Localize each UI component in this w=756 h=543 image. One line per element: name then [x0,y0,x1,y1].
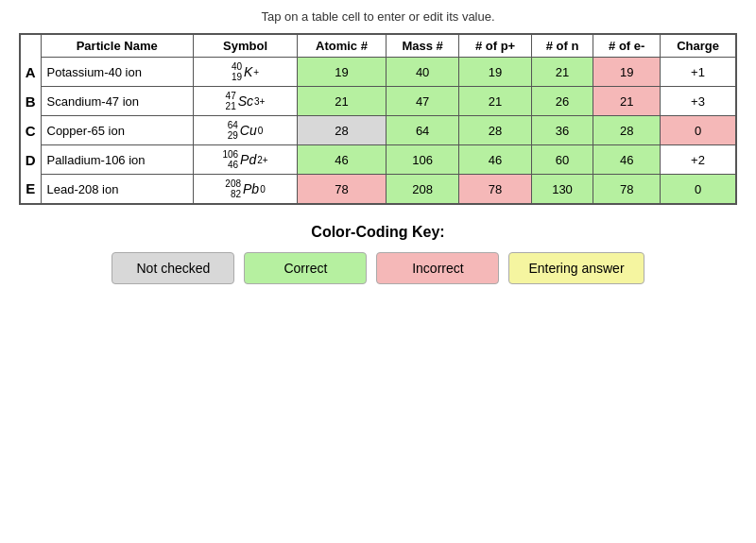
cell-charge-d[interactable]: +2 [661,145,736,175]
color-key-title: Color-Coding Key: [19,224,737,241]
particle-name-c[interactable]: Copper-65 ion [41,116,193,145]
color-key-row: Not checked Correct Incorrect Entering a… [19,252,737,284]
header-symbol: Symbol [193,34,297,58]
instruction-text: Tap on a table cell to enter or edit its… [261,9,494,24]
cell-electrons-e[interactable]: 78 [593,175,661,205]
cell-atomic_num-e[interactable]: 78 [298,175,387,205]
main-table-wrapper: Particle Name Symbol Atomic # Mass # # o… [19,33,737,205]
header-particle-name: Particle Name [41,34,193,58]
cell-charge-a[interactable]: +1 [661,58,736,87]
cell-mass_num-b[interactable]: 47 [386,87,459,116]
row-label-d: D [20,145,41,175]
cell-neutrons-d[interactable]: 60 [531,145,593,175]
cell-neutrons-c[interactable]: 36 [531,116,593,145]
particle-name-a[interactable]: Potassium-40 ion [41,58,193,87]
particle-name-d[interactable]: Palladium-106 ion [41,145,193,175]
cell-neutrons-a[interactable]: 21 [531,58,593,87]
cell-atomic_num-d[interactable]: 46 [298,145,387,175]
symbol-c[interactable]: 64 29 Cu0 [193,116,297,145]
cell-neutrons-e[interactable]: 130 [531,175,593,205]
header-protons: # of p+ [459,34,531,58]
header-charge: Charge [661,34,736,58]
cell-electrons-c[interactable]: 28 [593,116,661,145]
cell-mass_num-c[interactable]: 64 [386,116,459,145]
key-incorrect: Incorrect [376,252,499,284]
key-correct: Correct [244,252,367,284]
empty-header [20,34,41,58]
row-label-b: B [20,87,41,116]
symbol-b[interactable]: 47 21 Sc3+ [193,87,297,116]
row-label-e: E [20,175,41,205]
color-key-section: Color-Coding Key: Not checked Correct In… [19,224,737,284]
symbol-e[interactable]: 208 82 Pb0 [193,175,297,205]
cell-atomic_num-a[interactable]: 19 [298,58,387,87]
cell-mass_num-e[interactable]: 208 [386,175,459,205]
particle-name-b[interactable]: Scandium-47 ion [41,87,193,116]
header-atomic-num: Atomic # [298,34,387,58]
header-neutrons: # of n [531,34,593,58]
key-entering-answer: Entering answer [508,252,644,284]
cell-mass_num-a[interactable]: 40 [386,58,459,87]
cell-protons-c[interactable]: 28 [459,116,531,145]
symbol-a[interactable]: 40 19 K+ [193,58,297,87]
particle-name-e[interactable]: Lead-208 ion [41,175,193,205]
symbol-d[interactable]: 106 46 Pd2+ [193,145,297,175]
cell-electrons-b[interactable]: 21 [593,87,661,116]
row-label-a: A [20,58,41,87]
header-mass-num: Mass # [386,34,459,58]
cell-protons-d[interactable]: 46 [459,145,531,175]
cell-protons-b[interactable]: 21 [459,87,531,116]
cell-charge-c[interactable]: 0 [661,116,736,145]
cell-atomic_num-c[interactable]: 28 [298,116,387,145]
key-not-checked: Not checked [112,252,234,284]
cell-charge-b[interactable]: +3 [661,87,736,116]
row-label-c: C [20,116,41,145]
cell-electrons-d[interactable]: 46 [593,145,661,175]
cell-electrons-a[interactable]: 19 [593,58,661,87]
header-electrons: # of e- [593,34,661,58]
periodic-table: Particle Name Symbol Atomic # Mass # # o… [19,33,737,205]
cell-charge-e[interactable]: 0 [661,175,736,205]
cell-protons-e[interactable]: 78 [459,175,531,205]
cell-protons-a[interactable]: 19 [459,58,531,87]
cell-mass_num-d[interactable]: 106 [386,145,459,175]
cell-atomic_num-b[interactable]: 21 [298,87,387,116]
cell-neutrons-b[interactable]: 26 [531,87,593,116]
